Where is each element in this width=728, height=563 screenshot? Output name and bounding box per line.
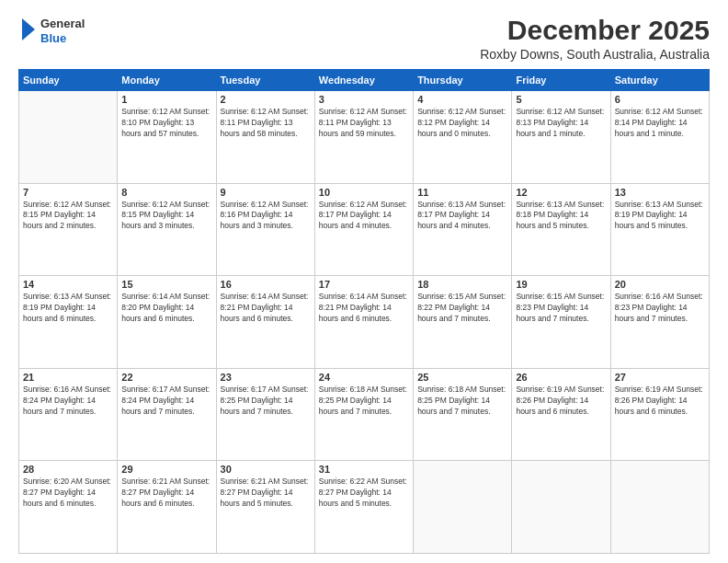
day-number: 10 xyxy=(319,187,409,198)
subtitle: Roxby Downs, South Australia, Australia xyxy=(480,47,710,62)
day-info: Sunrise: 6:19 AM Sunset: 8:26 PM Dayligh… xyxy=(516,385,606,418)
day-info: Sunrise: 6:19 AM Sunset: 8:26 PM Dayligh… xyxy=(615,385,705,418)
day-number: 17 xyxy=(319,279,409,290)
day-info: Sunrise: 6:17 AM Sunset: 8:24 PM Dayligh… xyxy=(121,385,211,418)
day-number: 15 xyxy=(121,279,211,290)
day-info: Sunrise: 6:12 AM Sunset: 8:13 PM Dayligh… xyxy=(516,107,606,140)
calendar-cell: 23Sunrise: 6:17 AM Sunset: 8:25 PM Dayli… xyxy=(216,368,314,461)
day-number: 1 xyxy=(121,94,211,105)
calendar-cell: 13Sunrise: 6:13 AM Sunset: 8:19 PM Dayli… xyxy=(610,183,709,276)
calendar-cell xyxy=(610,461,709,554)
day-number: 7 xyxy=(23,187,113,198)
calendar-cell: 2Sunrise: 6:12 AM Sunset: 8:11 PM Daylig… xyxy=(216,91,314,184)
week-row-3: 14Sunrise: 6:13 AM Sunset: 8:19 PM Dayli… xyxy=(19,276,710,369)
day-number: 13 xyxy=(615,187,705,198)
calendar-cell: 9Sunrise: 6:12 AM Sunset: 8:16 PM Daylig… xyxy=(216,183,314,276)
header: General Blue December 2025 Roxby Downs, … xyxy=(18,15,710,62)
day-number: 22 xyxy=(121,372,211,383)
day-number: 9 xyxy=(221,187,311,198)
calendar-cell: 29Sunrise: 6:21 AM Sunset: 8:27 PM Dayli… xyxy=(118,461,216,554)
calendar-cell: 24Sunrise: 6:18 AM Sunset: 8:25 PM Dayli… xyxy=(314,368,413,461)
day-number: 19 xyxy=(516,279,606,290)
calendar-cell: 18Sunrise: 6:15 AM Sunset: 8:22 PM Dayli… xyxy=(414,276,512,369)
day-info: Sunrise: 6:18 AM Sunset: 8:25 PM Dayligh… xyxy=(319,385,409,418)
weekday-header-friday: Friday xyxy=(512,70,610,91)
day-info: Sunrise: 6:14 AM Sunset: 8:21 PM Dayligh… xyxy=(221,292,311,325)
day-info: Sunrise: 6:12 AM Sunset: 8:14 PM Dayligh… xyxy=(615,107,705,140)
day-info: Sunrise: 6:22 AM Sunset: 8:27 PM Dayligh… xyxy=(319,477,409,510)
day-info: Sunrise: 6:15 AM Sunset: 8:23 PM Dayligh… xyxy=(516,292,606,325)
day-number: 27 xyxy=(615,372,705,383)
calendar-cell: 14Sunrise: 6:13 AM Sunset: 8:19 PM Dayli… xyxy=(19,276,118,369)
calendar-cell: 21Sunrise: 6:16 AM Sunset: 8:24 PM Dayli… xyxy=(19,368,118,461)
calendar-cell: 7Sunrise: 6:12 AM Sunset: 8:15 PM Daylig… xyxy=(19,183,118,276)
day-number: 3 xyxy=(319,94,409,105)
logo-graphic: General Blue xyxy=(18,15,85,48)
logo-line1: General xyxy=(40,17,85,31)
svg-marker-0 xyxy=(22,18,35,40)
calendar-cell: 30Sunrise: 6:21 AM Sunset: 8:27 PM Dayli… xyxy=(216,461,314,554)
day-info: Sunrise: 6:12 AM Sunset: 8:15 PM Dayligh… xyxy=(121,200,211,233)
calendar-cell: 22Sunrise: 6:17 AM Sunset: 8:24 PM Dayli… xyxy=(118,368,216,461)
day-info: Sunrise: 6:16 AM Sunset: 8:23 PM Dayligh… xyxy=(615,292,705,325)
calendar-cell xyxy=(414,461,512,554)
page: General Blue December 2025 Roxby Downs, … xyxy=(0,0,728,563)
weekday-header-tuesday: Tuesday xyxy=(216,70,314,91)
calendar-cell: 15Sunrise: 6:14 AM Sunset: 8:20 PM Dayli… xyxy=(118,276,216,369)
day-number: 26 xyxy=(516,372,606,383)
day-info: Sunrise: 6:12 AM Sunset: 8:10 PM Dayligh… xyxy=(121,107,211,140)
day-info: Sunrise: 6:13 AM Sunset: 8:18 PM Dayligh… xyxy=(516,200,606,233)
day-info: Sunrise: 6:13 AM Sunset: 8:19 PM Dayligh… xyxy=(23,292,113,325)
day-info: Sunrise: 6:15 AM Sunset: 8:22 PM Dayligh… xyxy=(417,292,507,325)
calendar-cell: 26Sunrise: 6:19 AM Sunset: 8:26 PM Dayli… xyxy=(512,368,610,461)
calendar-cell: 20Sunrise: 6:16 AM Sunset: 8:23 PM Dayli… xyxy=(610,276,709,369)
day-number: 2 xyxy=(221,94,311,105)
calendar-cell: 10Sunrise: 6:12 AM Sunset: 8:17 PM Dayli… xyxy=(314,183,413,276)
day-info: Sunrise: 6:12 AM Sunset: 8:17 PM Dayligh… xyxy=(319,200,409,233)
day-info: Sunrise: 6:21 AM Sunset: 8:27 PM Dayligh… xyxy=(121,477,211,510)
logo-line2: Blue xyxy=(40,31,85,46)
day-info: Sunrise: 6:16 AM Sunset: 8:24 PM Dayligh… xyxy=(23,385,113,418)
logo: General Blue xyxy=(18,15,85,48)
week-row-5: 28Sunrise: 6:20 AM Sunset: 8:27 PM Dayli… xyxy=(19,461,710,554)
day-number: 21 xyxy=(23,372,113,383)
calendar-cell: 1Sunrise: 6:12 AM Sunset: 8:10 PM Daylig… xyxy=(118,91,216,184)
day-info: Sunrise: 6:12 AM Sunset: 8:11 PM Dayligh… xyxy=(221,107,311,140)
day-info: Sunrise: 6:20 AM Sunset: 8:27 PM Dayligh… xyxy=(23,477,113,510)
calendar-cell: 31Sunrise: 6:22 AM Sunset: 8:27 PM Dayli… xyxy=(314,461,413,554)
calendar-cell: 6Sunrise: 6:12 AM Sunset: 8:14 PM Daylig… xyxy=(610,91,709,184)
day-info: Sunrise: 6:13 AM Sunset: 8:19 PM Dayligh… xyxy=(615,200,705,233)
day-number: 31 xyxy=(319,464,409,475)
day-number: 23 xyxy=(221,372,311,383)
day-number: 4 xyxy=(417,94,507,105)
calendar-cell xyxy=(512,461,610,554)
weekday-header-wednesday: Wednesday xyxy=(314,70,413,91)
day-number: 18 xyxy=(417,279,507,290)
day-info: Sunrise: 6:14 AM Sunset: 8:21 PM Dayligh… xyxy=(319,292,409,325)
logo-triangle-icon xyxy=(18,15,37,44)
day-number: 12 xyxy=(516,187,606,198)
day-info: Sunrise: 6:17 AM Sunset: 8:25 PM Dayligh… xyxy=(221,385,311,418)
calendar-cell: 3Sunrise: 6:12 AM Sunset: 8:11 PM Daylig… xyxy=(314,91,413,184)
week-row-2: 7Sunrise: 6:12 AM Sunset: 8:15 PM Daylig… xyxy=(19,183,710,276)
weekday-header-sunday: Sunday xyxy=(19,70,118,91)
day-number: 8 xyxy=(121,187,211,198)
day-number: 14 xyxy=(23,279,113,290)
day-number: 11 xyxy=(417,187,507,198)
day-number: 24 xyxy=(319,372,409,383)
calendar-cell: 4Sunrise: 6:12 AM Sunset: 8:12 PM Daylig… xyxy=(414,91,512,184)
day-info: Sunrise: 6:12 AM Sunset: 8:16 PM Dayligh… xyxy=(221,200,311,233)
day-number: 6 xyxy=(615,94,705,105)
calendar-cell: 17Sunrise: 6:14 AM Sunset: 8:21 PM Dayli… xyxy=(314,276,413,369)
weekday-header-saturday: Saturday xyxy=(610,70,709,91)
calendar-cell: 8Sunrise: 6:12 AM Sunset: 8:15 PM Daylig… xyxy=(118,183,216,276)
main-title: December 2025 xyxy=(480,15,710,45)
calendar-table: SundayMondayTuesdayWednesdayThursdayFrid… xyxy=(18,69,710,554)
calendar-cell: 16Sunrise: 6:14 AM Sunset: 8:21 PM Dayli… xyxy=(216,276,314,369)
day-info: Sunrise: 6:14 AM Sunset: 8:20 PM Dayligh… xyxy=(121,292,211,325)
day-info: Sunrise: 6:13 AM Sunset: 8:17 PM Dayligh… xyxy=(417,200,507,233)
day-number: 5 xyxy=(516,94,606,105)
day-info: Sunrise: 6:12 AM Sunset: 8:15 PM Dayligh… xyxy=(23,200,113,233)
weekday-header-row: SundayMondayTuesdayWednesdayThursdayFrid… xyxy=(19,70,710,91)
day-number: 25 xyxy=(417,372,507,383)
